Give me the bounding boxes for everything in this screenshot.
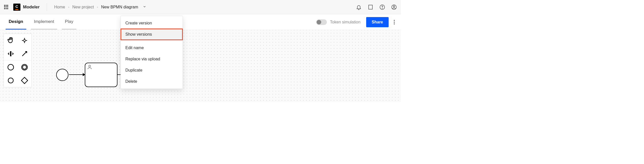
chevron-down-icon[interactable] (143, 5, 146, 9)
account-icon[interactable] (391, 4, 397, 10)
help-icon[interactable] (379, 4, 385, 10)
gateway-tool[interactable] (18, 74, 31, 87)
tab-design[interactable]: Design (6, 15, 26, 30)
start-event-tool[interactable] (4, 61, 18, 74)
global-connect-tool[interactable] (18, 47, 31, 60)
menu-item-duplicate[interactable]: Duplicate (121, 65, 183, 76)
intermediate-event-tool[interactable] (18, 61, 31, 74)
more-options-icon[interactable] (392, 18, 396, 26)
share-button[interactable]: Share (366, 17, 389, 27)
svg-rect-23 (21, 77, 28, 84)
svg-point-10 (393, 6, 395, 7)
svg-point-19 (8, 64, 14, 70)
logo-letter: C (16, 4, 18, 9)
app-name: Modeler (23, 5, 40, 10)
breadcrumb-project[interactable]: New project (72, 5, 94, 9)
divider (47, 3, 47, 11)
menu-item-replace-upload[interactable]: Replace via upload (121, 53, 183, 65)
breadcrumb-home[interactable]: Home (54, 5, 65, 9)
menu-separator (121, 41, 183, 41)
token-simulation-label: Token simulation (330, 20, 360, 24)
hand-tool[interactable] (4, 34, 18, 47)
menu-item-delete[interactable]: Delete (121, 76, 183, 87)
lasso-tool[interactable] (18, 34, 31, 47)
bpmn-user-task[interactable] (85, 63, 117, 87)
menu-item-show-versions[interactable]: Show versions (121, 29, 183, 40)
diagram-context-menu: Create version Show versions Edit name R… (121, 16, 183, 89)
breadcrumb-diagram[interactable]: New BPMN diagram (101, 5, 138, 9)
end-event-tool[interactable] (4, 74, 18, 87)
diagram-canvas[interactable]: Create version Show versions Edit name R… (0, 30, 401, 102)
tab-implement[interactable]: Implement (31, 15, 57, 30)
app-switcher-icon[interactable] (4, 5, 9, 9)
svg-point-8 (382, 8, 382, 8)
svg-rect-0 (369, 5, 373, 9)
svg-point-21 (23, 65, 27, 69)
svg-point-24 (89, 65, 90, 67)
chevron-right-icon: › (68, 5, 69, 9)
menu-item-edit-name[interactable]: Edit name (121, 42, 183, 53)
chevron-right-icon: › (97, 5, 98, 9)
svg-point-22 (8, 78, 13, 83)
token-simulation-toggle[interactable] (316, 19, 327, 25)
notifications-icon[interactable] (356, 4, 362, 10)
bpmn-sequence-flow[interactable] (69, 74, 85, 75)
tool-palette (4, 34, 32, 87)
bpmn-start-event[interactable] (56, 69, 68, 81)
breadcrumb: Home › New project › New BPMN diagram (54, 5, 146, 9)
svg-line-18 (22, 51, 27, 56)
tabs-row: Design Implement Play Token simulation S… (0, 14, 401, 30)
organization-icon[interactable] (368, 4, 373, 10)
app-header: C Modeler Home › New project › New BPMN … (0, 0, 401, 14)
app-logo[interactable]: C (13, 4, 20, 11)
user-task-icon (87, 64, 92, 70)
tab-play[interactable]: Play (62, 15, 76, 30)
menu-item-create-version[interactable]: Create version (121, 18, 183, 29)
space-tool[interactable] (4, 47, 18, 60)
